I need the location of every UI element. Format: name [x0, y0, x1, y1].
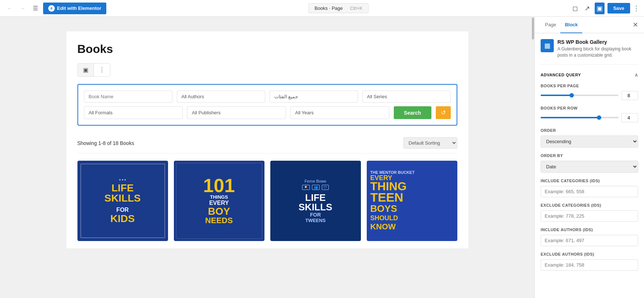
advanced-query-section-header: Advanced Query ∧	[541, 72, 638, 78]
book-card-3[interactable]: Ferne Bowe 🍳 👥 🛡 LIFESKILLS FOR TWEENS	[270, 161, 361, 241]
order-by-label: ORDER BY	[541, 153, 638, 158]
results-header: Showing 1-8 of 18 Books Default Sorting …	[77, 133, 457, 153]
block-name: RS WP Book Gallery	[557, 39, 638, 45]
books-per-page-input-row	[541, 91, 638, 100]
book-cover-3: Ferne Bowe 🍳 👥 🛡 LIFESKILLS FOR TWEENS	[270, 161, 361, 241]
grid-view-button[interactable]: ▣	[78, 64, 94, 76]
books-per-row-input-row	[541, 113, 638, 122]
book4-teen-word: TEEN	[370, 192, 404, 203]
elementor-icon: e	[48, 5, 55, 12]
exclude-cats-label: EXCLUDE CATEGORIES (IDS)	[541, 203, 638, 207]
edit-elementor-button[interactable]: e Edit with Elementor	[43, 3, 106, 14]
books-per-page-label: BOOKS PER PAGE	[541, 84, 638, 88]
block-info: ▦ RS WP Book Gallery A Gutenberg block f…	[541, 39, 638, 65]
topbar-left: ← → ☰ e Edit with Elementor	[4, 3, 106, 14]
tab-page[interactable]: Page	[541, 17, 560, 33]
include-cats-label: INCLUDE CATEGORIES (IDS)	[541, 179, 638, 183]
exclude-authors-label: EXCLUDE AUTHORS (IDS)	[541, 252, 638, 256]
search-button[interactable]: Search	[394, 106, 431, 119]
order-label: ORDER	[541, 128, 638, 133]
book-card-2[interactable]: 101 THINGS EVERY BOY NEEDS	[174, 161, 264, 241]
main-layout: Books ▣ ⋮ Search ↺	[0, 17, 644, 298]
book4-should: SHOULD	[370, 214, 398, 222]
exclude-cats-input[interactable]	[541, 210, 638, 222]
more-options-button[interactable]: ⋮	[633, 4, 640, 12]
book-cover-2: 101 THINGS EVERY BOY NEEDS	[174, 161, 264, 241]
external-link-button[interactable]: ↗	[583, 3, 592, 14]
include-authors-control: INCLUDE AUTHORS (IDS)	[541, 228, 638, 246]
exclude-cats-control: EXCLUDE CATEGORIES (IDS)	[541, 203, 638, 222]
include-authors-input[interactable]	[541, 235, 638, 246]
order-by-select[interactable]: Date Title Author Modified	[541, 161, 638, 173]
all-formats-input[interactable]	[84, 106, 183, 119]
filter-row-1	[84, 91, 451, 103]
books-per-row-slider-fill	[541, 117, 599, 118]
books-per-page-slider-track[interactable]	[541, 95, 618, 96]
results-count: Showing 1-8 of 18 Books	[77, 140, 134, 146]
books-per-row-slider-thumb[interactable]	[597, 115, 601, 120]
menu-button[interactable]: ☰	[31, 3, 40, 13]
all-publishers-input[interactable]	[187, 106, 286, 119]
include-cats-input[interactable]	[541, 186, 638, 197]
panel-body: ▦ RS WP Book Gallery A Gutenberg block f…	[535, 33, 644, 298]
sort-select[interactable]: Default Sorting Title A-Z Title Z-A Newe…	[403, 137, 457, 149]
block-icon: ▦	[541, 39, 554, 52]
topbar: ← → ☰ e Edit with Elementor Books · Page…	[0, 0, 644, 17]
book-grid: ♦ ♦ ♦ LIFESKILLSFORKIDS 101 THINGS EVERY…	[77, 161, 457, 241]
reset-button[interactable]: ↺	[436, 106, 451, 119]
book3-title: LIFESKILLS	[298, 193, 332, 212]
back-button[interactable]: ←	[4, 4, 15, 13]
all-years-input[interactable]	[290, 106, 389, 119]
block-info-text: RS WP Book Gallery A Gutenberg block for…	[557, 39, 638, 58]
include-cats-control: INCLUDE CATEGORIES (IDS)	[541, 179, 638, 197]
save-button[interactable]: Save	[607, 3, 630, 14]
view-toggles: ▣ ⋮	[77, 63, 110, 77]
all-authors-input[interactable]	[177, 91, 265, 103]
books-per-page-slider-fill	[541, 95, 572, 96]
block-desc: A Gutenberg block for displaying book po…	[557, 46, 638, 58]
topbar-center: Books · Page Ctrl+K	[109, 3, 567, 13]
book-cover-4: THE MENTOR BUCKET EVERY THING TEEN BOYS …	[367, 161, 457, 241]
books-per-page-control: BOOKS PER PAGE	[541, 84, 638, 100]
panel-close-button[interactable]: ✕	[633, 21, 638, 29]
desktop-view-button[interactable]: ◻	[571, 3, 580, 14]
keyboard-shortcut: Ctrl+K	[350, 6, 362, 11]
filter-section: Search ↺	[77, 84, 457, 126]
tab-block[interactable]: Block	[560, 17, 582, 33]
book-name-input[interactable]	[84, 91, 172, 103]
order-by-control: ORDER BY Date Title Author Modified	[541, 153, 638, 173]
all-categories-input[interactable]	[270, 91, 358, 103]
page-content: Books ▣ ⋮ Search ↺	[66, 31, 468, 248]
right-panel: Page Block ✕ ▦ RS WP Book Gallery A Gute…	[534, 17, 644, 298]
books-per-row-input[interactable]	[621, 113, 638, 122]
page-name-pill[interactable]: Books · Page Ctrl+K	[308, 3, 369, 13]
books-per-row-control: BOOKS PER ROW	[541, 106, 638, 122]
book3-for: FOR	[310, 212, 321, 218]
scrollbar-thumb	[532, 18, 534, 39]
page-title: Books	[77, 42, 457, 56]
include-authors-label: INCLUDE AUTHORS (IDS)	[541, 228, 638, 232]
all-series-input[interactable]	[362, 91, 451, 103]
books-per-row-slider-track[interactable]	[541, 117, 618, 118]
page-name: Books · Page	[315, 5, 343, 11]
topbar-right: ◻ ↗ ▣ Save ⋮	[571, 3, 640, 14]
books-per-page-input[interactable]	[621, 91, 638, 100]
book-card-4[interactable]: THE MENTOR BUCKET EVERY THING TEEN BOYS …	[367, 161, 457, 241]
panel-tabs: Page Block ✕	[535, 17, 644, 33]
list-view-button[interactable]: ⋮	[94, 64, 110, 76]
advanced-query-toggle[interactable]: ∧	[635, 72, 638, 78]
order-select[interactable]: Descending Ascending	[541, 135, 638, 148]
edit-elementor-label: Edit with Elementor	[57, 5, 101, 11]
advanced-query-label: Advanced Query	[541, 73, 581, 77]
exclude-authors-control: EXCLUDE AUTHORS (IDS)	[541, 252, 638, 271]
book-card-1[interactable]: ♦ ♦ ♦ LIFESKILLSFORKIDS	[77, 161, 168, 241]
forward-button[interactable]: →	[18, 4, 28, 13]
canvas-area: Books ▣ ⋮ Search ↺	[0, 17, 534, 298]
layout-button[interactable]: ▣	[595, 3, 605, 14]
book4-boys: BOYS	[370, 203, 397, 214]
block-icon-symbol: ▦	[544, 42, 550, 50]
books-per-page-slider-thumb[interactable]	[569, 93, 574, 98]
exclude-authors-input[interactable]	[541, 259, 638, 271]
panel-tab-group: Page Block	[541, 17, 582, 33]
canvas-scrollbar[interactable]	[531, 17, 534, 298]
